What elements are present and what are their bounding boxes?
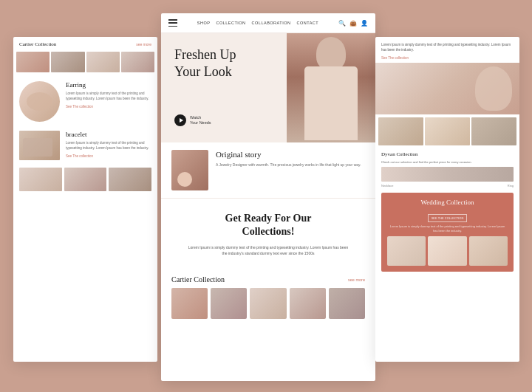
- watch-needs-label: WatchYour Needs: [190, 115, 211, 125]
- center-panel: SHOP COLLECTION COLLABORATION CONTACT 🔍 …: [161, 13, 375, 381]
- wedding-cta-top[interactable]: SEE THE COLLECTION: [428, 214, 468, 222]
- left-bracelet-title: bracelet: [66, 131, 151, 138]
- right-intro: Lorem Ipsum is simply dummy text of the …: [375, 37, 519, 63]
- left-panel: Cartier Collection see more Earring Lore…: [13, 37, 157, 362]
- collection-item: [290, 288, 326, 319]
- bag-icon[interactable]: 👜: [349, 20, 357, 27]
- left-earring-image: [19, 81, 60, 122]
- left-small-item: [109, 168, 151, 191]
- hero-person: [287, 33, 375, 142]
- center-collection-see-more[interactable]: see more: [348, 278, 365, 282]
- play-icon[interactable]: [174, 114, 186, 126]
- left-earring-product: Earring Lorem Ipsum is simply dummy text…: [13, 77, 157, 126]
- center-collection-section: Cartier Collection see more: [161, 269, 375, 325]
- wedding-description: Lorem Ipsum is simply dummy text of the …: [387, 224, 508, 233]
- left-collection-see-more[interactable]: see more: [136, 42, 151, 47]
- search-icon[interactable]: 🔍: [338, 20, 346, 27]
- center-nav-icons: 🔍 👜 👤: [338, 20, 368, 27]
- left-bracelet-link[interactable]: See The collection: [66, 154, 151, 158]
- center-collection-grid: [171, 288, 365, 319]
- left-bracelet-image: [19, 131, 60, 160]
- left-collection-item: [16, 52, 50, 72]
- right-grid-item: [425, 117, 470, 145]
- right-grid: [375, 114, 519, 148]
- hero-title: Freshen Up Your Look: [174, 47, 236, 80]
- original-story-description: A Jewelry Designer with warmth. The prec…: [216, 162, 365, 168]
- hero-image: [287, 33, 375, 142]
- right-see-link[interactable]: See The collection: [381, 56, 514, 60]
- center-collection-header: Cartier Collection see more: [171, 275, 365, 283]
- promo-title: Get Ready For Our Collections!: [171, 212, 365, 238]
- right-necklace-image: [381, 167, 514, 182]
- left-earring-link[interactable]: See The collection: [66, 105, 151, 109]
- wedding-image: [428, 236, 466, 266]
- left-small-grid: [13, 165, 157, 194]
- center-nav: SHOP COLLECTION COLLABORATION CONTACT 🔍 …: [161, 13, 375, 33]
- hero-title-line1: Freshen Up: [174, 47, 236, 62]
- right-grid-item: [471, 117, 516, 145]
- hamburger-line: [168, 19, 177, 21]
- left-collection-name: Cartier Collection: [19, 41, 56, 47]
- left-small-item: [19, 168, 62, 191]
- right-wedding-section: Wedding Collection SEE THE COLLECTION Lo…: [381, 193, 514, 272]
- wedding-image: [469, 236, 508, 266]
- left-bracelet-content: bracelet Lorem Ipsum is simply dummy tex…: [66, 131, 151, 160]
- collection-item: [250, 288, 286, 319]
- user-icon[interactable]: 👤: [361, 20, 368, 27]
- nav-contact[interactable]: CONTACT: [296, 21, 318, 25]
- right-collection-name: Dyvan Collection: [381, 151, 418, 157]
- original-story-content: Original story A Jewelry Designer with w…: [216, 150, 365, 190]
- nav-collection[interactable]: COLLECTION: [216, 21, 245, 25]
- right-collection-description: Check out our selection and find the per…: [375, 160, 519, 168]
- promo-title-line2: Collections!: [242, 226, 295, 237]
- wedding-image: [387, 236, 426, 266]
- original-story-section: Original story A Jewelry Designer with w…: [161, 142, 375, 199]
- hero-title-line2: Your Look: [174, 64, 232, 79]
- center-nav-links: SHOP COLLECTION COLLABORATION CONTACT: [197, 21, 318, 25]
- right-intro-text: Lorem Ipsum is simply dummy text of the …: [381, 43, 514, 53]
- right-label-ring: Ring: [508, 184, 514, 188]
- collection-item: [211, 288, 247, 319]
- collection-item: [171, 288, 208, 319]
- hamburger-line: [168, 26, 177, 27]
- left-bracelet-product: bracelet Lorem Ipsum is simply dummy tex…: [13, 126, 157, 165]
- left-earring-title: Earring: [66, 81, 151, 89]
- right-label-necklace: Necklace: [381, 184, 393, 188]
- left-small-item: [64, 168, 107, 191]
- wedding-title: Wedding Collection: [387, 199, 508, 206]
- left-earring-description: Lorem Ipsum is simply dummy text of the …: [66, 92, 151, 102]
- collection-item: [329, 288, 365, 319]
- center-hero: Freshen Up Your Look WatchYour Needs: [161, 33, 375, 142]
- original-story-title: Original story: [216, 150, 365, 159]
- center-collection-name: Cartier Collection: [171, 275, 225, 283]
- left-collection-item: [86, 52, 120, 72]
- left-collection-grid: [13, 52, 157, 77]
- right-collection-header: Dyvan Collection: [375, 148, 519, 160]
- left-collection-item: [121, 52, 154, 72]
- promo-title-line1: Get Ready For Our: [225, 213, 312, 224]
- right-bottom-labels: Necklace Ring: [375, 182, 519, 190]
- right-grid-item: [378, 117, 423, 145]
- wedding-image-grid: [387, 236, 508, 266]
- watch-needs-button[interactable]: WatchYour Needs: [174, 114, 211, 126]
- nav-shop[interactable]: SHOP: [197, 21, 211, 25]
- left-bracelet-description: Lorem Ipsum is simply dummy text of the …: [66, 141, 151, 151]
- promo-description: Lorem Ipsum is simply dummy text of the …: [187, 244, 349, 256]
- left-earring-content: Earring Lorem Ipsum is simply dummy text…: [66, 81, 151, 122]
- left-collection-item: [51, 52, 84, 72]
- promo-section: Get Ready For Our Collections! Lorem Ips…: [161, 199, 375, 269]
- right-panel: Lorem Ipsum is simply dummy text of the …: [375, 37, 519, 362]
- hamburger-icon[interactable]: [168, 19, 177, 27]
- nav-collaboration[interactable]: COLLABORATION: [252, 21, 291, 25]
- original-story-image: [171, 150, 208, 190]
- right-main-image: [375, 63, 519, 114]
- hamburger-line: [168, 22, 177, 24]
- left-collection-header: Cartier Collection see more: [13, 37, 157, 52]
